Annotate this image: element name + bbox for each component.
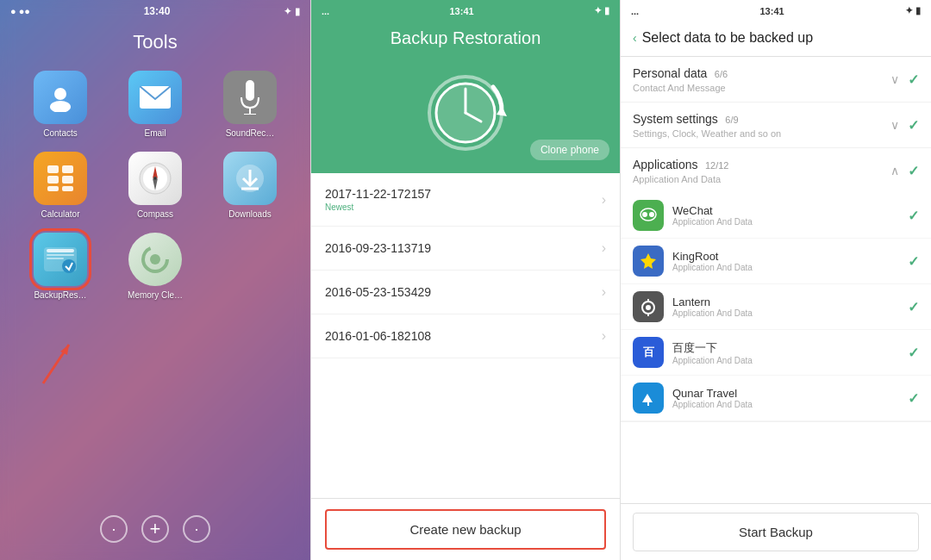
svg-rect-23 — [47, 258, 64, 259]
svg-point-34 — [642, 212, 647, 217]
ios-signal-icon: ● ●● — [10, 6, 30, 16]
wechat-info: WeChat Application And Data — [672, 204, 899, 227]
svg-rect-10 — [62, 176, 73, 184]
app-item-baidu[interactable]: 百 百度一下 Application And Data ✓ — [621, 330, 931, 376]
kingroot-sub: Application And Data — [672, 263, 899, 272]
section-system-left: System settings 6/9 Settings, Clock, Wea… — [633, 111, 781, 139]
app-calculator[interactable]: Calculator — [17, 152, 103, 219]
svg-rect-7 — [47, 165, 59, 173]
app-item-qunar[interactable]: Qunar Travel Application And Data ✓ — [621, 376, 931, 421]
backup-date-2: 2016-09-23-113719 — [325, 241, 431, 255]
ios-clock: 13:40 — [144, 5, 171, 17]
section-personal-left: Personal data 6/6 Contact And Message — [633, 65, 728, 93]
select-page-title: Select data to be backed up — [642, 30, 813, 46]
backup-tag-1: Newest — [325, 202, 431, 212]
apps-expand-icon: ∧ — [890, 164, 899, 177]
section-personal-sub: Contact And Message — [633, 83, 728, 93]
section-personal-title: Personal data 6/6 — [633, 65, 728, 81]
backup-item-info-3: 2016-05-23-153429 — [325, 285, 431, 299]
qunar-name: Qunar Travel — [672, 387, 899, 400]
start-backup-button[interactable]: Start Backup — [633, 513, 919, 551]
select-status-right: ✦ ▮ — [905, 5, 921, 16]
app-item-wechat[interactable]: WeChat Application And Data ✓ — [621, 193, 931, 239]
back-button[interactable]: ‹ — [633, 31, 637, 45]
qunar-icon — [633, 383, 664, 414]
svg-rect-22 — [47, 254, 74, 256]
app-downloads[interactable]: Downloads — [207, 152, 293, 219]
downloads-label: Downloads — [228, 209, 271, 219]
create-backup-button[interactable]: Create new backup — [325, 509, 606, 550]
section-system-sub: Settings, Clock, Weather and so on — [633, 128, 781, 139]
app-item-lantern[interactable]: Lantern Application And Data ✓ — [621, 284, 931, 330]
svg-point-0 — [54, 88, 66, 100]
select-status-bar: ... 13:41 ✦ ▮ — [621, 0, 931, 22]
section-apps-title-row: Applications 12/12 — [633, 157, 728, 172]
baidu-icon: 百 — [633, 337, 664, 368]
section-personal: Personal data 6/6 Contact And Message ∨ … — [621, 57, 931, 103]
select-clock: 13:41 — [759, 6, 784, 16]
select-header: ‹ Select data to be backed up — [621, 22, 931, 57]
section-apps-right: ∧ ✓ — [890, 163, 919, 179]
backup-date-3: 2016-05-23-153429 — [325, 285, 431, 299]
backup-title: Backup Restoration — [391, 22, 541, 57]
soundrec-icon — [223, 71, 277, 124]
backup-res-icon — [34, 233, 87, 286]
app-item-kingroot[interactable]: KingRoot Application And Data ✓ — [621, 239, 931, 284]
section-system-right: ∨ ✓ — [890, 117, 919, 134]
dock-dot-1: · — [100, 515, 128, 543]
calculator-icon — [34, 152, 87, 205]
soundrec-label: SoundRec… — [226, 128, 275, 138]
contacts-label: Contacts — [43, 128, 77, 138]
backup-status-left: ... — [322, 6, 329, 16]
select-data-list: Personal data 6/6 Contact And Message ∨ … — [621, 57, 931, 503]
backup-item-1[interactable]: 2017-11-22-172157 Newest › — [311, 173, 620, 227]
backup-icon-area: Clone phone — [311, 57, 620, 173]
lantern-info: Lantern Application And Data — [672, 296, 899, 318]
backup-header: ... 13:41 ✦ ▮ Backup Restoration Clone p… — [311, 0, 620, 173]
section-system-header[interactable]: System settings 6/9 Settings, Clock, Wea… — [621, 103, 931, 147]
app-backup[interactable]: BackupRes… — [17, 233, 103, 300]
svg-rect-3 — [246, 80, 254, 101]
kingroot-check-icon: ✓ — [908, 253, 919, 270]
app-memory[interactable]: Memory Cle… — [112, 233, 198, 300]
backup-item-4[interactable]: 2016-01-06-182108 › — [311, 314, 620, 358]
backup-status-right: ✦ ▮ — [594, 5, 609, 16]
backup-item-2[interactable]: 2016-09-23-113719 › — [311, 227, 620, 271]
app-compass[interactable]: Compass — [112, 152, 198, 219]
apps-check-icon: ✓ — [908, 163, 919, 179]
kingroot-name: KingRoot — [672, 250, 899, 263]
backup-item-3[interactable]: 2016-05-23-153429 › — [311, 271, 620, 314]
backup-list: 2017-11-22-172157 Newest › 2016-09-23-11… — [311, 173, 620, 498]
baidu-info: 百度一下 Application And Data — [672, 340, 899, 365]
svg-point-26 — [150, 254, 160, 264]
svg-rect-21 — [47, 249, 74, 252]
section-personal-header[interactable]: Personal data 6/6 Contact And Message ∨ … — [621, 57, 931, 102]
select-footer: Start Backup — [621, 503, 931, 560]
email-icon — [128, 71, 182, 124]
backup-chevron-3: › — [602, 284, 606, 300]
dock-add-btn[interactable]: + — [141, 515, 169, 543]
svg-marker-33 — [497, 106, 507, 116]
section-apps-header[interactable]: Applications 12/12 Application And Data … — [621, 148, 931, 193]
panel-backup-restoration: ... 13:41 ✦ ▮ Backup Restoration Clone p… — [310, 0, 621, 560]
svg-rect-8 — [62, 165, 73, 173]
email-label: Email — [144, 128, 166, 138]
contacts-icon — [34, 71, 87, 124]
compass-icon — [128, 152, 182, 205]
system-expand-icon: ∨ — [890, 118, 899, 132]
red-arrow-indicator — [34, 336, 78, 388]
svg-rect-11 — [47, 186, 59, 191]
section-system: System settings 6/9 Settings, Clock, Wea… — [621, 103, 931, 148]
backup-status-bar: ... 13:41 ✦ ▮ — [311, 0, 620, 22]
ios-status-right: ✦ ▮ — [284, 6, 300, 17]
app-email[interactable]: Email — [112, 71, 198, 138]
svg-point-41 — [646, 305, 651, 310]
backup-footer: Create new backup — [311, 498, 620, 560]
section-system-title: System settings 6/9 — [633, 111, 781, 127]
app-contacts[interactable]: Contacts — [17, 71, 103, 138]
backup-label: BackupRes… — [34, 290, 86, 300]
backup-date-4: 2016-01-06-182108 — [325, 329, 431, 343]
clone-phone-button[interactable]: Clone phone — [530, 140, 609, 160]
svg-point-17 — [153, 177, 157, 180]
app-soundrec[interactable]: SoundRec… — [207, 71, 293, 138]
